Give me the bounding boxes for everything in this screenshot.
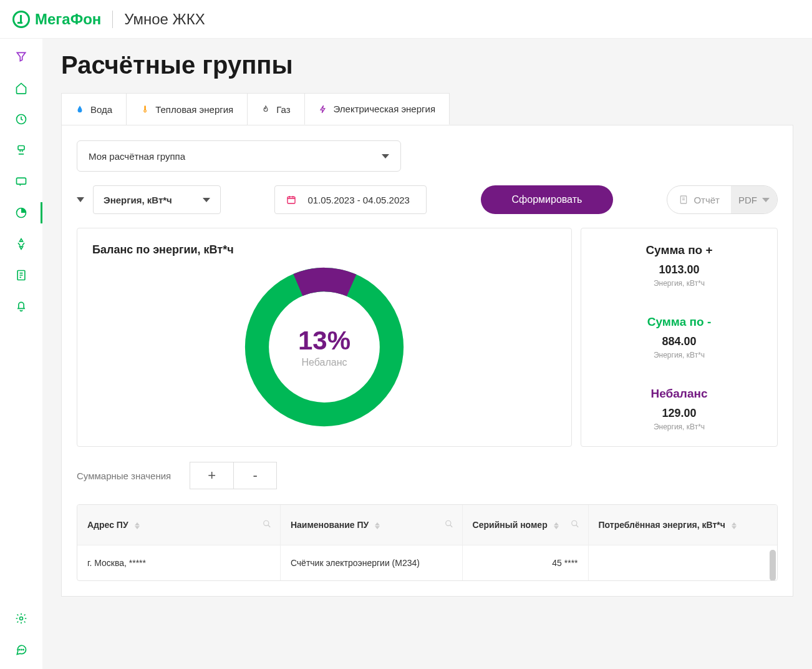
summary-minus-button[interactable]: - (233, 462, 277, 489)
sort-toggle[interactable] (77, 197, 84, 202)
sidebar-item-filter[interactable] (14, 50, 28, 64)
donut-percentage: 13% (298, 326, 350, 356)
donut-label: Небаланс (298, 357, 350, 368)
sidebar-item-notifications[interactable] (14, 300, 28, 313)
stat-value: 884.00 (596, 335, 762, 348)
th-address[interactable]: Адрес ПУ (77, 505, 280, 545)
sidebar-item-dashboard[interactable] (14, 112, 28, 126)
th-consumed[interactable]: Потреблённая энергия, кВт*ч (588, 505, 777, 545)
svg-point-7 (21, 649, 21, 650)
calendar-icon (286, 195, 296, 205)
cell-address: г. Москва, ***** (77, 545, 280, 581)
sort-icon (554, 522, 559, 529)
heat-icon (140, 104, 149, 114)
tab-label: Газ (276, 104, 290, 115)
svg-point-6 (19, 649, 19, 650)
resource-tabs: Вода Тепловая энергия Газ Электрическая … (61, 93, 793, 125)
meters-table: Адрес ПУ Наименование ПУ (77, 504, 778, 581)
tab-label: Вода (90, 104, 112, 115)
stat-unit: Энергия, кВт*ч (596, 351, 762, 359)
sort-icon (732, 522, 737, 529)
product-name: Умное ЖКХ (124, 11, 205, 28)
content-panel: Моя расчётная группа Энергия, кВт*ч 01.0… (61, 125, 793, 597)
search-icon[interactable] (571, 520, 579, 530)
brand-name: МегаФон (35, 11, 101, 28)
megafon-logo-icon (12, 11, 30, 28)
sidebar-item-chat[interactable] (14, 643, 28, 657)
document-icon (679, 195, 689, 205)
sidebar-item-calc-groups[interactable] (14, 206, 28, 220)
stats-card: Сумма по + 1013.00 Энергия, кВт*ч Сумма … (581, 228, 778, 447)
search-icon[interactable] (445, 520, 453, 530)
gas-icon (261, 104, 270, 114)
stat-value: 1013.00 (596, 263, 762, 276)
summary-label: Суммарные значения (77, 471, 171, 481)
balance-chart-card: Баланс по энергии, кВт*ч 13% Небаланс (77, 228, 572, 447)
group-select[interactable]: Моя расчётная группа (77, 140, 401, 172)
tab-electric[interactable]: Электрическая энергия (304, 93, 450, 125)
tab-label: Электрическая энергия (334, 104, 435, 114)
tab-label: Тепловая энергия (155, 104, 233, 115)
svg-point-13 (264, 520, 269, 525)
sidebar-item-settings[interactable] (14, 612, 28, 625)
unit-select[interactable]: Энергия, кВт*ч (93, 185, 221, 214)
cell-serial: 45 **** (462, 545, 588, 581)
stat-title: Небаланс (596, 387, 762, 401)
report-label: Отчёт (694, 195, 720, 205)
group-select-value: Моя расчётная группа (89, 151, 185, 162)
chart-title: Баланс по энергии, кВт*ч (92, 243, 556, 256)
stat-sum-minus: Сумма по - 884.00 Энергия, кВт*ч (596, 315, 762, 359)
sort-icon (135, 522, 140, 529)
cell-name: Счётчик электроэнергии (М234) (280, 545, 462, 581)
sidebar-item-reports[interactable] (14, 268, 28, 282)
cell-consumed (588, 545, 777, 581)
stat-value: 129.00 (596, 407, 762, 420)
sidebar-item-home[interactable] (14, 81, 28, 95)
sort-icon (375, 522, 380, 529)
sidebar-item-messages[interactable] (14, 175, 28, 188)
stat-title: Сумма по + (596, 243, 762, 257)
unit-select-value: Энергия, кВт*ч (104, 195, 172, 205)
svg-rect-9 (288, 197, 295, 203)
report-export[interactable]: Отчёт PDF (667, 185, 778, 214)
header-divider (112, 11, 113, 28)
stat-title: Сумма по - (596, 315, 762, 329)
sidebar-item-devices[interactable] (14, 144, 28, 157)
report-format: PDF (738, 195, 757, 205)
stat-unit: Энергия, кВт*ч (596, 422, 762, 431)
date-range-value: 01.05.2023 - 04.05.2023 (307, 195, 409, 205)
stat-unit: Энергия, кВт*ч (596, 279, 762, 288)
stat-sum-plus: Сумма по + 1013.00 Энергия, кВт*ч (596, 243, 762, 288)
tab-heat[interactable]: Тепловая энергия (126, 93, 248, 125)
main-content: Расчётные группы Вода Тепловая энергия Г… (42, 39, 812, 669)
summary-plus-button[interactable]: + (190, 462, 233, 489)
sidebar-item-resources[interactable] (14, 237, 28, 251)
generate-button[interactable]: Сформировать (481, 185, 613, 214)
table-row[interactable]: г. Москва, ***** Счётчик электроэнергии … (77, 545, 777, 581)
th-name[interactable]: Наименование ПУ (280, 505, 462, 545)
search-icon[interactable] (263, 520, 271, 530)
scrollbar-thumb[interactable] (770, 550, 776, 581)
table-scrollbar[interactable] (770, 550, 776, 578)
svg-rect-2 (17, 178, 26, 184)
svg-point-15 (571, 520, 576, 525)
electric-icon (319, 104, 327, 114)
date-range-picker[interactable]: 01.05.2023 - 04.05.2023 (274, 185, 427, 214)
page-title: Расчётные группы (61, 51, 793, 79)
chevron-down-icon (203, 198, 210, 202)
chevron-down-icon (382, 154, 389, 159)
th-serial[interactable]: Серийный номер (462, 505, 588, 545)
tab-gas[interactable]: Газ (247, 93, 304, 125)
svg-point-5 (20, 617, 23, 620)
brand-logo: МегаФон (12, 11, 101, 28)
app-header: МегаФон Умное ЖКХ (0, 0, 812, 39)
water-icon (75, 104, 84, 114)
svg-rect-1 (18, 146, 24, 150)
svg-point-8 (23, 649, 24, 650)
sidebar (0, 39, 42, 669)
chevron-down-icon (762, 198, 770, 202)
svg-point-14 (445, 520, 450, 525)
stat-imbalance: Небаланс 129.00 Энергия, кВт*ч (596, 387, 762, 431)
tab-water[interactable]: Вода (61, 93, 127, 125)
donut-chart: 13% Небаланс (92, 263, 556, 431)
